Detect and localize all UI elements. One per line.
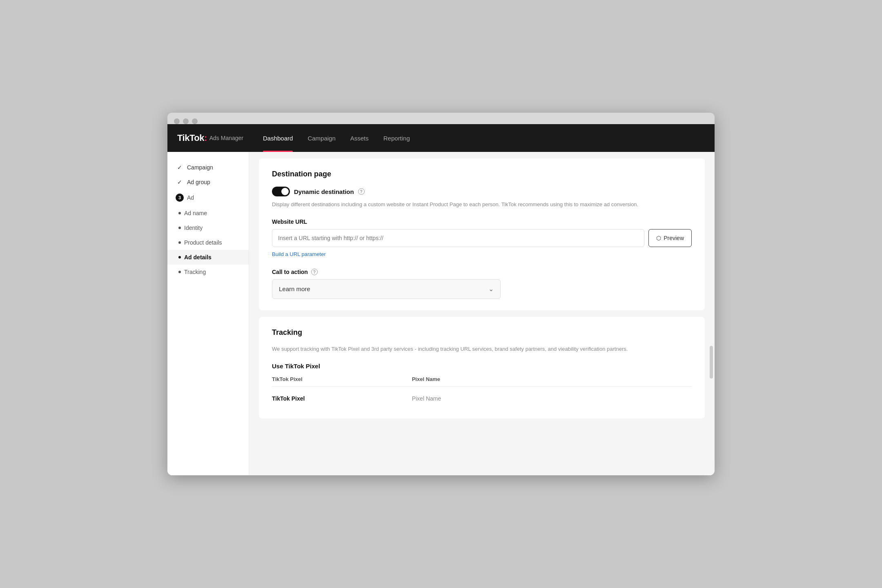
nav-items: Dashboard Campaign Assets Reporting (263, 124, 410, 152)
website-url-label: Website URL (272, 218, 692, 225)
step-badge-ad: 3 (176, 194, 184, 202)
pixel-name-bold: TikTok Pixel (272, 395, 305, 402)
toggle-label: Dynamic destination (294, 188, 354, 195)
sidebar-item-tracking[interactable]: Tracking (167, 265, 249, 279)
main-body: ✓ Campaign ✓ Ad group 3 Ad (167, 152, 715, 475)
minimize-button[interactable] (183, 118, 189, 124)
top-nav: TikTok: Ads Manager Dashboard Campaign A… (167, 124, 715, 152)
pixel-row: TikTok Pixel Pixel Name (272, 390, 692, 407)
url-param-link[interactable]: Build a URL parameter (272, 251, 692, 257)
scrollbar-thumb[interactable] (710, 346, 713, 379)
url-row: ⬡ Preview (272, 229, 692, 247)
nav-dashboard[interactable]: Dashboard (263, 124, 293, 152)
toggle-description: Display different destinations including… (272, 200, 692, 209)
sidebar-item-ad[interactable]: 3 Ad (167, 189, 249, 206)
scrollbar-track[interactable] (710, 152, 713, 475)
dot-addetails (178, 256, 181, 258)
tracking-title: Tracking (272, 328, 692, 337)
app-container: TikTok: Ads Manager Dashboard Campaign A… (167, 124, 715, 475)
dot-identity (178, 227, 181, 229)
url-input[interactable] (272, 229, 644, 247)
dynamic-destination-help-icon[interactable]: ? (358, 188, 365, 195)
tiktok-logo: TikTok: (177, 133, 207, 143)
cta-selected-value: Learn more (279, 285, 310, 292)
dynamic-destination-toggle[interactable] (272, 187, 290, 196)
content-area: Destination page Dynamic destination ? D… (249, 152, 715, 475)
cta-label-row: Call to action ? (272, 269, 692, 275)
nav-campaign[interactable]: Campaign (307, 124, 335, 152)
destination-page-card: Destination page Dynamic destination ? D… (259, 158, 705, 310)
pixel-col-header-2: Pixel Name (412, 376, 692, 382)
cta-label: Call to action (272, 269, 308, 275)
chevron-down-icon: ⌄ (488, 285, 494, 293)
nav-reporting[interactable]: Reporting (383, 124, 410, 152)
sidebar-item-productdetails[interactable]: Product details (167, 235, 249, 250)
pixel-col-header-1: TikTok Pixel (272, 376, 412, 382)
toggle-row: Dynamic destination ? (272, 187, 692, 196)
nav-assets[interactable]: Assets (350, 124, 369, 152)
tracking-description: We support tracking with TikTok Pixel an… (272, 345, 692, 353)
preview-button[interactable]: ⬡ Preview (648, 229, 692, 247)
check-icon-adgroup: ✓ (176, 179, 184, 185)
dot-adname (178, 212, 181, 214)
check-icon-campaign: ✓ (176, 164, 184, 171)
pixel-name-value: Pixel Name (412, 395, 441, 402)
browser-window: TikTok: Ads Manager Dashboard Campaign A… (167, 113, 715, 475)
destination-page-title: Destination page (272, 170, 692, 178)
pixel-table-header: TikTok Pixel Pixel Name (272, 376, 692, 387)
dot-productdetails (178, 241, 181, 244)
cta-dropdown[interactable]: Learn more ⌄ (272, 279, 501, 299)
sidebar-item-addetails[interactable]: Ad details (167, 250, 249, 265)
maximize-button[interactable] (192, 118, 198, 124)
sidebar-item-identity[interactable]: Identity (167, 220, 249, 235)
dot-tracking (178, 271, 181, 273)
cta-help-icon[interactable]: ? (311, 269, 318, 275)
sidebar-item-adname[interactable]: Ad name (167, 206, 249, 220)
external-link-icon: ⬡ (656, 235, 661, 241)
use-pixel-label: Use TikTok Pixel (272, 363, 692, 370)
sidebar-item-campaign[interactable]: ✓ Campaign (167, 160, 249, 175)
tracking-card: Tracking We support tracking with TikTok… (259, 317, 705, 419)
logo-area: TikTok: Ads Manager (177, 133, 243, 143)
browser-chrome (167, 113, 715, 124)
sidebar: ✓ Campaign ✓ Ad group 3 Ad (167, 152, 249, 475)
sidebar-item-adgroup[interactable]: ✓ Ad group (167, 175, 249, 189)
ads-manager-label: Ads Manager (209, 135, 243, 141)
close-button[interactable] (174, 118, 180, 124)
